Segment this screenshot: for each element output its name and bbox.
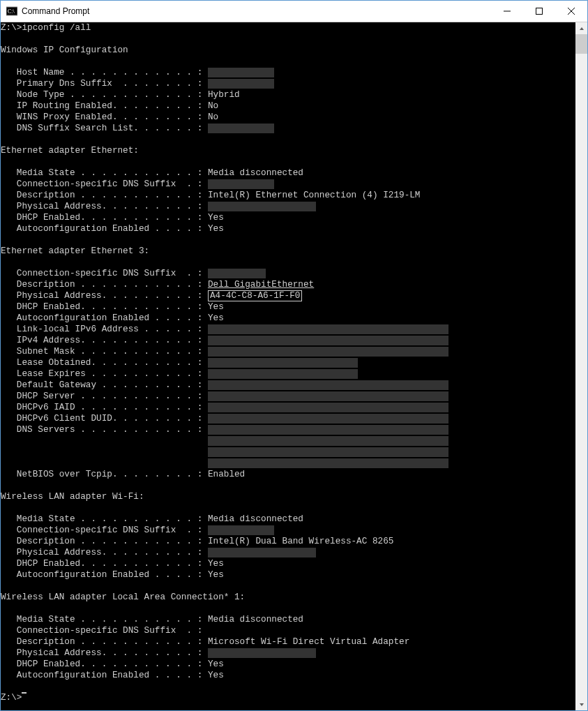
minimize-button[interactable] [491, 1, 523, 22]
titlebar[interactable]: C:\ Command Prompt [1, 1, 587, 22]
field-label: Connection-specific DNS Suffix . : [1, 525, 208, 536]
svg-rect-3 [536, 8, 543, 15]
field-label: Physical Address. . . . . . . . . : [1, 547, 208, 558]
field-label: DHCP Enabled. . . . . . . . . . . : [1, 659, 208, 670]
section-heading: Wireless LAN adapter Local Area Connecti… [1, 592, 245, 603]
command-prompt-window: C:\ Command Prompt Z:\>ipconfig /all Win… [0, 0, 588, 711]
redacted-value [208, 425, 448, 435]
field-label: Primary Dns Suffix . . . . . . . : [1, 78, 208, 89]
field-label: Description . . . . . . . . . . . : [1, 279, 208, 290]
svg-marker-7 [580, 703, 584, 706]
field-value: Yes [208, 558, 224, 569]
redacted-value [208, 369, 358, 379]
field-label: DHCPv6 Client DUID. . . . . . . . : [1, 413, 208, 424]
field-label: NetBIOS over Tcpip. . . . . . . . : [1, 469, 208, 480]
section-heading: Ethernet adapter Ethernet 3: [1, 246, 149, 257]
redacted-value [208, 391, 448, 401]
field-label: DHCP Enabled. . . . . . . . . . . : [1, 212, 208, 223]
redacted-value [208, 202, 316, 211]
redacted-value [208, 358, 358, 368]
field-value: Hybrid [208, 89, 240, 100]
field-value: Yes [208, 212, 224, 223]
scroll-track[interactable] [575, 34, 587, 698]
field-label: Autoconfiguration Enabled . . . . : [1, 223, 208, 234]
field-value: Yes [208, 313, 224, 324]
redacted-value [208, 269, 266, 278]
field-value: Media disconnected [208, 614, 303, 625]
field-label: DNS Servers . . . . . . . . . . . : [1, 424, 208, 435]
field-label: Host Name . . . . . . . . . . . . : [1, 67, 208, 78]
field-label: Media State . . . . . . . . . . . : [1, 167, 208, 179]
command-text: ipconfig /all [22, 22, 91, 33]
field-label: Connection-specific DNS Suffix . : [1, 625, 202, 636]
field-label: Default Gateway . . . . . . . . . : [1, 380, 208, 391]
field-value: Yes [208, 659, 224, 670]
field-label: Physical Address. . . . . . . . . : [1, 648, 208, 659]
redacted-value [208, 548, 316, 557]
field-value: Dell GigabitEthernet [208, 279, 314, 290]
svg-marker-6 [580, 27, 584, 30]
scroll-up-button[interactable] [575, 22, 587, 34]
section-heading: Wireless LAN adapter Wi-Fi: [1, 491, 144, 502]
redacted-value [208, 336, 448, 345]
redacted-value [208, 68, 274, 77]
field-value: No [208, 112, 218, 123]
field-label: DHCPv6 IAID . . . . . . . . . . . : [1, 402, 208, 413]
field-label: Lease Obtained. . . . . . . . . . : [1, 357, 208, 368]
svg-text:C:\: C:\ [8, 8, 15, 15]
field-label: Node Type . . . . . . . . . . . . : [1, 89, 208, 100]
section-heading: Ethernet adapter Ethernet: [1, 145, 139, 156]
field-label: Physical Address. . . . . . . . . : [1, 201, 208, 212]
field-label: DHCP Enabled. . . . . . . . . . . : [1, 301, 208, 313]
cmd-icon: C:\ [6, 6, 17, 17]
scroll-thumb[interactable] [575, 34, 587, 54]
field-label: Autoconfiguration Enabled . . . . : [1, 569, 208, 581]
field-label: Description . . . . . . . . . . . : [1, 190, 208, 201]
redacted-value [208, 447, 448, 457]
redacted-value [208, 403, 448, 412]
redacted-value [208, 458, 448, 468]
field-value: Media disconnected [208, 514, 303, 525]
prompt-text: Z:\> [1, 22, 22, 33]
maximize-button[interactable] [523, 1, 555, 22]
field-value: Yes [208, 223, 224, 234]
field-label: DNS Suffix Search List. . . . . . : [1, 123, 208, 134]
field-label: Media State . . . . . . . . . . . : [1, 514, 208, 525]
vertical-scrollbar[interactable] [575, 22, 587, 710]
field-value: No [208, 100, 218, 112]
redacted-value [208, 79, 274, 89]
close-button[interactable] [555, 1, 587, 22]
field-label: Lease Expires . . . . . . . . . . : [1, 368, 208, 380]
prompt-text: Z:\> [1, 692, 22, 703]
field-label: Autoconfiguration Enabled . . . . : [1, 670, 208, 681]
section-heading: Windows IP Configuration [1, 45, 128, 56]
redacted-value [208, 179, 274, 189]
field-label: IPv4 Address. . . . . . . . . . . : [1, 335, 208, 346]
field-label: DHCP Enabled. . . . . . . . . . . : [1, 558, 208, 569]
highlighted-value: A4-4C-C8-A6-1F-F0 [208, 290, 302, 301]
redacted-value [208, 436, 448, 446]
field-label: Subnet Mask . . . . . . . . . . . : [1, 346, 208, 357]
field-value: Yes [208, 569, 224, 581]
field-value: Yes [208, 670, 224, 681]
field-label: IP Routing Enabled. . . . . . . . : [1, 100, 208, 112]
field-value: Intel(R) Ethernet Connection (4) I219-LM [208, 190, 421, 201]
redacted-value [208, 414, 448, 424]
scroll-down-button[interactable] [575, 698, 587, 710]
redacted-value [208, 648, 316, 658]
console-output[interactable]: Z:\>ipconfig /all Windows IP Configurati… [1, 22, 575, 710]
redacted-value [208, 525, 274, 535]
field-label: Physical Address. . . . . . . . . : [1, 290, 208, 301]
window-title: Command Prompt [22, 6, 89, 16]
field-label: Description . . . . . . . . . . . : [1, 636, 208, 648]
field-value: Enabled [208, 469, 245, 480]
field-value: Microsoft Wi-Fi Direct Virtual Adapter [208, 636, 409, 648]
redacted-value [208, 380, 448, 390]
field-label: DHCP Server . . . . . . . . . . . : [1, 391, 208, 402]
redacted-value [208, 347, 448, 357]
redacted-value [208, 324, 448, 334]
field-label: Connection-specific DNS Suffix . : [1, 179, 208, 190]
cursor [22, 692, 27, 694]
redacted-value [208, 124, 274, 133]
field-label: Link-local IPv6 Address . . . . . : [1, 324, 208, 335]
